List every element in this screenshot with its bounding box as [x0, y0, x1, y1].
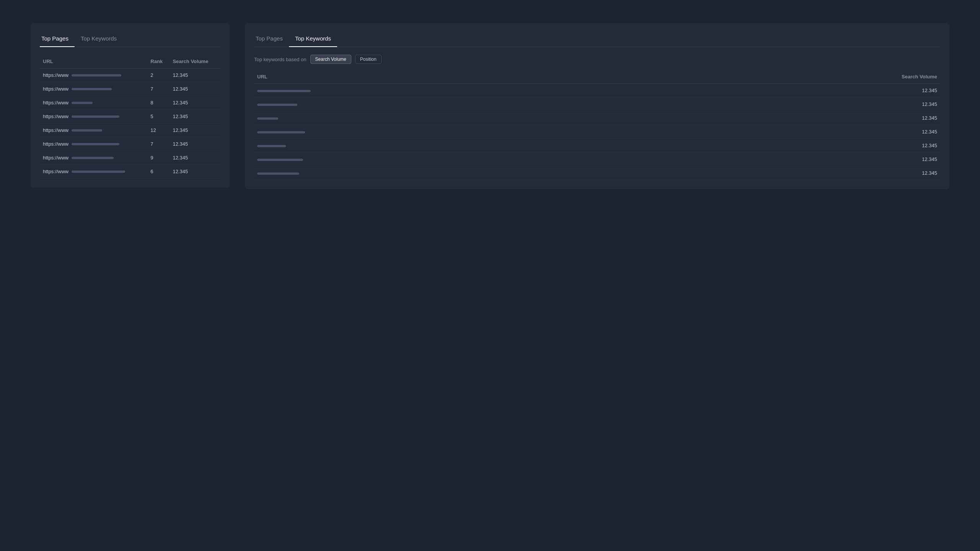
url-bar	[72, 102, 93, 104]
kw-bar	[257, 104, 297, 106]
url-bar	[72, 157, 114, 159]
url-bar	[72, 171, 125, 173]
url-bar	[72, 115, 119, 118]
kw-url-cell	[254, 139, 658, 153]
rank-cell: 6	[147, 165, 170, 179]
table-row: 12.345	[254, 84, 940, 98]
two-col-layout: Top Pages Top Keywords URL Rank Search V…	[31, 23, 949, 189]
rank-cell: 9	[147, 151, 170, 165]
col-url: URL	[40, 55, 147, 68]
url-text: https://www	[43, 169, 68, 174]
url-cell: https://www	[40, 151, 147, 165]
url-cell: https://www	[40, 110, 147, 124]
col-search-volume: Search Volume	[170, 55, 220, 68]
rank-cell: 8	[147, 96, 170, 110]
volume-cell: 12.345	[170, 124, 220, 137]
filter-row: Top keywords based on Search Volume Posi…	[254, 55, 940, 64]
right-tabs: Top Pages Top Keywords	[254, 32, 940, 47]
top-pages-table: URL Rank Search Volume https://www 2 12.…	[40, 55, 220, 179]
volume-cell: 12.345	[170, 151, 220, 165]
url-text: https://www	[43, 127, 68, 133]
volume-cell: 12.345	[170, 110, 220, 124]
table-row: https://www 8 12.345	[40, 96, 220, 110]
kw-url-cell	[254, 98, 658, 111]
kw-col-search-volume: Search Volume	[658, 70, 940, 84]
col-rank: Rank	[147, 55, 170, 68]
volume-cell: 12.345	[170, 82, 220, 96]
kw-url-cell	[254, 111, 658, 125]
url-cell: https://www	[40, 124, 147, 137]
kw-bar	[257, 117, 278, 120]
kw-volume-cell: 12.345	[658, 139, 940, 153]
tab-top-pages-left[interactable]: Top Pages	[40, 32, 75, 47]
kw-volume-cell: 12.345	[658, 166, 940, 180]
table-row: 12.345	[254, 111, 940, 125]
kw-volume-cell: 12.345	[658, 125, 940, 139]
kw-bar	[257, 145, 286, 147]
page-wrapper: Top Pages Top Keywords URL Rank Search V…	[31, 23, 949, 189]
table-row: https://www 7 12.345	[40, 82, 220, 96]
tab-top-pages-right[interactable]: Top Pages	[254, 32, 289, 47]
filter-label: Top keywords based on	[254, 57, 307, 62]
rank-cell: 5	[147, 110, 170, 124]
table-row: https://www 9 12.345	[40, 151, 220, 165]
kw-volume-cell: 12.345	[658, 111, 940, 125]
table-row: https://www 12 12.345	[40, 124, 220, 137]
rank-cell: 7	[147, 82, 170, 96]
url-bar	[72, 129, 102, 132]
top-keywords-panel: Top Pages Top Keywords Top keywords base…	[245, 23, 949, 189]
url-text: https://www	[43, 72, 68, 78]
rank-cell: 7	[147, 137, 170, 151]
url-cell: https://www	[40, 137, 147, 151]
kw-url-cell	[254, 166, 658, 180]
table-row: https://www 6 12.345	[40, 165, 220, 179]
keyword-table: URL Search Volume 12.345 12.345 12.345	[254, 70, 940, 180]
rank-cell: 12	[147, 124, 170, 137]
url-text: https://www	[43, 141, 68, 147]
url-bar	[72, 74, 121, 76]
url-text: https://www	[43, 114, 68, 119]
kw-col-url: URL	[254, 70, 658, 84]
kw-bar	[257, 90, 311, 92]
volume-cell: 12.345	[170, 165, 220, 179]
table-row: 12.345	[254, 139, 940, 153]
volume-cell: 12.345	[170, 96, 220, 110]
filter-search-volume[interactable]: Search Volume	[310, 55, 351, 64]
tab-top-keywords-left[interactable]: Top Keywords	[75, 32, 123, 47]
url-text: https://www	[43, 155, 68, 161]
url-text: https://www	[43, 86, 68, 92]
table-row: https://www 5 12.345	[40, 110, 220, 124]
kw-bar	[257, 159, 303, 161]
rank-cell: 2	[147, 68, 170, 82]
volume-cell: 12.345	[170, 137, 220, 151]
top-pages-panel: Top Pages Top Keywords URL Rank Search V…	[31, 23, 230, 188]
kw-volume-cell: 12.345	[658, 98, 940, 111]
left-tabs: Top Pages Top Keywords	[40, 32, 220, 47]
kw-volume-cell: 12.345	[658, 153, 940, 166]
kw-volume-cell: 12.345	[658, 84, 940, 98]
table-row: 12.345	[254, 98, 940, 111]
table-row: 12.345	[254, 125, 940, 139]
kw-bar	[257, 172, 299, 175]
url-bar	[72, 88, 112, 90]
kw-bar	[257, 131, 305, 133]
table-row: 12.345	[254, 153, 940, 166]
url-bar	[72, 143, 119, 145]
url-cell: https://www	[40, 96, 147, 110]
url-cell: https://www	[40, 68, 147, 82]
table-row: 12.345	[254, 166, 940, 180]
url-cell: https://www	[40, 82, 147, 96]
table-row: https://www 2 12.345	[40, 68, 220, 82]
url-text: https://www	[43, 100, 68, 106]
table-row: https://www 7 12.345	[40, 137, 220, 151]
kw-url-cell	[254, 84, 658, 98]
tab-top-keywords-right[interactable]: Top Keywords	[289, 32, 337, 47]
kw-url-cell	[254, 125, 658, 139]
kw-url-cell	[254, 153, 658, 166]
volume-cell: 12.345	[170, 68, 220, 82]
filter-position[interactable]: Position	[355, 55, 382, 64]
url-cell: https://www	[40, 165, 147, 179]
